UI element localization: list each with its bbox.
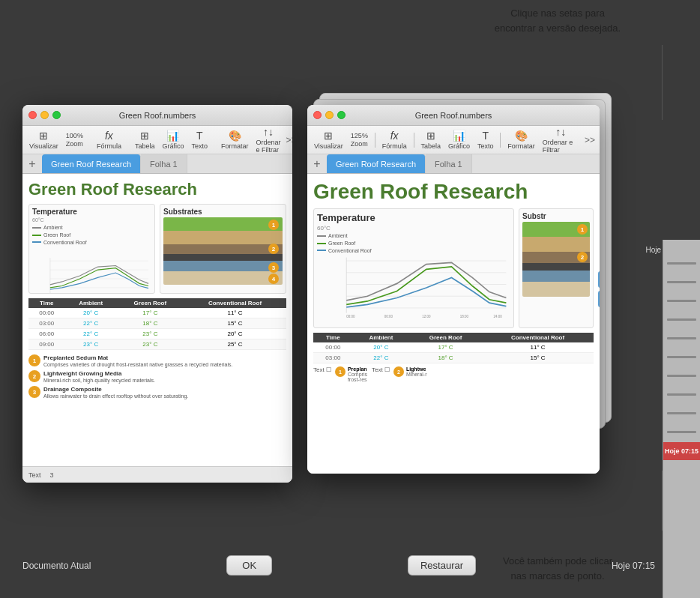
close-button-left[interactable]: [28, 111, 37, 119]
right-temp-chart: Temperature 60°C Ambient Green Roof Conv…: [313, 208, 514, 328]
table-cell: 03:00: [313, 353, 353, 363]
right-data-table: Time Ambient Green Roof Conventional Roo…: [313, 333, 594, 363]
toolbar-ordenar-left[interactable]: ↑↓ Ordenar e Filtrar: [253, 124, 283, 155]
svg-text:18:00: 18:00: [460, 315, 469, 319]
col-ambient-left: Ambient: [65, 298, 117, 308]
col-time-right: Time: [313, 333, 353, 342]
right-sub-chart: Substr 1 2: [519, 208, 594, 328]
toolbar-visualizar-left[interactable]: ⊞ Visualizar: [27, 128, 61, 151]
toolbar-formula-right[interactable]: fx Fórmula: [380, 128, 409, 151]
toolbar-zoom-left[interactable]: 100% Zoom: [64, 130, 85, 149]
right-sheet-content: Green Roof Research Temperature 60°C Amb…: [307, 174, 600, 474]
tab-active-right[interactable]: Green Roof Research: [327, 154, 426, 173]
minimize-button-left[interactable]: [40, 111, 49, 119]
col-conv-right: Conventional Roof: [482, 333, 594, 342]
toolbar-formula-left[interactable]: fx Fórmula: [94, 128, 124, 151]
toolbar-grafico-left[interactable]: 📊 Gráfico: [160, 128, 186, 151]
table-cell: 15° C: [482, 353, 594, 363]
left-sub-title: Substrates: [163, 208, 283, 216]
table-cell: 06:00: [28, 329, 65, 339]
temp-chart-svg: 00:00 06:00 12:00 18:00: [32, 246, 151, 294]
col-green-left: Green Roof: [117, 298, 184, 308]
timestamp-label: Hoje 07:15: [612, 561, 655, 571]
left-temp-title: Temperature: [32, 208, 151, 216]
ok-button[interactable]: OK: [226, 555, 272, 576]
left-data-table: Time Ambient Green Roof Conventional Roo…: [28, 298, 286, 350]
tab-add-right[interactable]: +: [307, 154, 327, 173]
left-tab-bar: + Green Roof Research Folha 1: [22, 154, 292, 174]
toolbar-zoom-right[interactable]: 125% Zoom: [349, 130, 370, 149]
right-window-title: Green Roof.numbers: [415, 111, 492, 120]
toolbar-formatar-left[interactable]: 🎨 Formatar: [219, 128, 251, 151]
table-cell: 18° C: [117, 318, 184, 329]
right-charts-row: Temperature 60°C Ambient Green Roof Conv…: [313, 208, 594, 328]
right-window: Green Roof.numbers ⊞ Visualizar 125% Zoo…: [307, 105, 600, 474]
table-cell: 20° C: [184, 329, 286, 339]
table-cell: 22° C: [65, 329, 117, 339]
left-charts-row: Temperature 60°C Ambient Green Roof Conv…: [28, 204, 286, 294]
table-cell: 11° C: [482, 342, 594, 353]
tab-inactive-right[interactable]: Folha 1: [426, 154, 472, 173]
right-temp-chart-svg: 00:00 06:00 12:00 18:00 24:00: [317, 254, 510, 321]
toolbar-ordenar-right[interactable]: ↑↓ Ordenar e Filtrar: [540, 124, 582, 155]
right-chart-legend: Ambient Green Roof Conventional Roof: [317, 232, 510, 254]
table-cell: 23° C: [117, 329, 184, 339]
nav-down-arrow[interactable]: ▼: [598, 291, 600, 307]
traffic-lights-left: [28, 111, 61, 119]
table-cell: 00:00: [313, 342, 353, 353]
table-cell: 15° C: [184, 318, 286, 329]
col-conv-left: Conventional Roof: [184, 298, 286, 308]
col-green-right: Green Roof: [409, 333, 482, 342]
bottom-tab1-left: Text: [28, 471, 41, 479]
right-window-stack: Green Roof.numbers ⊞ Visualizar 125% Zoo…: [307, 105, 600, 483]
close-button-right[interactable]: [313, 111, 322, 119]
bottom-tab2-left: 3: [50, 471, 54, 479]
nav-up-arrow[interactable]: ▲: [598, 271, 600, 288]
col-time-left: Time: [28, 298, 65, 308]
svg-text:12:00: 12:00: [422, 315, 431, 319]
tab-inactive-left[interactable]: Folha 1: [141, 154, 187, 173]
svg-text:00:00: 00:00: [346, 315, 355, 319]
table-cell: 18° C: [409, 353, 482, 363]
toolbar-visualizar-right[interactable]: ⊞ Visualizar: [312, 128, 346, 151]
right-sheet-title: Green Roof Research: [313, 180, 594, 204]
tab-active-left[interactable]: Green Roof Research: [42, 154, 141, 173]
left-sheet-content: Green Roof Research Temperature 60°C Amb…: [22, 174, 292, 466]
substrate-image-left: 1 2 3 4: [163, 217, 283, 285]
table-cell: 00:00: [28, 308, 65, 318]
minimize-button-right[interactable]: [325, 111, 334, 119]
left-window: Green Roof.numbers ⊞ Visualizar 100% Zoo…: [22, 105, 292, 483]
svg-text:24:00: 24:00: [494, 315, 503, 319]
left-title-bar: Green Roof.numbers: [22, 105, 292, 126]
table-cell: 23° C: [65, 339, 117, 350]
toolbar-formatar-right[interactable]: 🎨 Formatar: [505, 128, 537, 151]
toolbar-texto-right[interactable]: T Texto: [475, 128, 496, 151]
toolbar-tabela-left[interactable]: ⊞ Tabela: [133, 128, 157, 151]
toolbar-texto-left[interactable]: T Texto: [189, 128, 210, 151]
toolbar-tabela-right[interactable]: ⊞ Tabela: [418, 128, 443, 151]
documento-atual-btn[interactable]: Documento Atual: [22, 561, 91, 571]
toolbar-grafico-right[interactable]: 📊 Gráfico: [446, 128, 472, 151]
toolbar-more-left[interactable]: >>: [286, 135, 292, 145]
table-cell: 17° C: [409, 342, 482, 353]
timeline-today-label: Hoje: [645, 246, 661, 254]
maximize-button-left[interactable]: [52, 111, 61, 119]
table-cell: 09:00: [28, 339, 65, 350]
right-title-bar: Green Roof.numbers: [307, 105, 600, 126]
substrate-image-right: 1 2: [522, 222, 590, 297]
left-sub-chart: Substrates 1 2 3 4: [160, 204, 286, 294]
toolbar-sep2r: [414, 133, 414, 148]
table-cell: 22° C: [65, 318, 117, 329]
timeline: Hoje Hoje 07:15: [663, 120, 700, 495]
restaurar-button[interactable]: Restaurar: [408, 555, 476, 576]
windows-area: Green Roof.numbers ⊞ Visualizar 100% Zoo…: [22, 105, 600, 483]
maximize-button-right[interactable]: [337, 111, 346, 119]
tab-add-left[interactable]: +: [22, 154, 42, 173]
right-temp-title: Temperature: [317, 212, 510, 223]
toolbar-more-right[interactable]: >>: [585, 135, 595, 145]
left-window-title: Green Roof.numbers: [119, 111, 196, 120]
table-cell: 20° C: [65, 308, 117, 318]
col-ambient-right: Ambient: [353, 333, 409, 342]
table-cell: 23° C: [117, 339, 184, 350]
timeline-highlight: Hoje 07:15: [665, 447, 699, 455]
